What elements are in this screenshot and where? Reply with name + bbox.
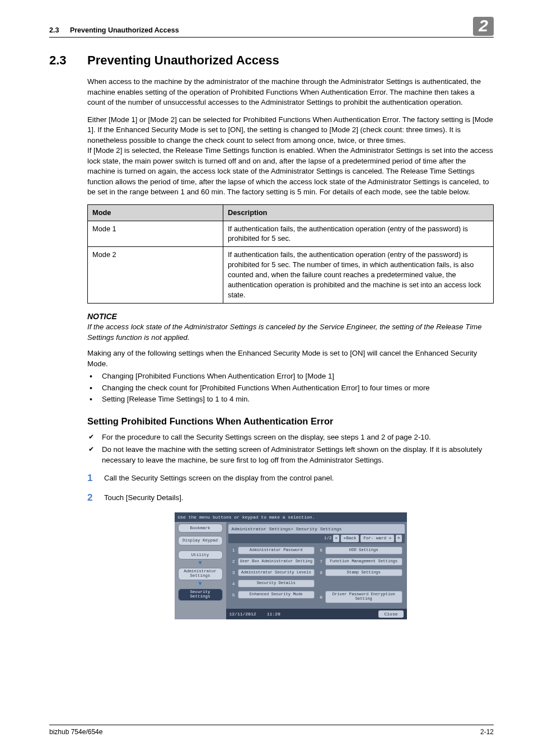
runhead-section-num: 2.3: [49, 26, 59, 34]
th-description: Description: [223, 204, 494, 221]
notice-heading: NOTICE: [87, 311, 494, 323]
intro-para-2: Either [Mode 1] or [Mode 2] can be selec…: [87, 115, 494, 146]
sidebar-item-display-keypad[interactable]: Display Keypad: [178, 536, 223, 545]
mode-table: Mode Description Mode 1 If authenticatio…: [87, 204, 494, 304]
menu-num: 4: [231, 581, 235, 587]
intro-para-3: If [Mode 2] is selected, the Release Tim…: [87, 146, 494, 197]
sidebar-item-utility[interactable]: Utility: [178, 550, 223, 560]
step-1: 1 Call the Security Settings screen on t…: [87, 473, 494, 484]
menu-admin-password[interactable]: Administrator Password: [238, 547, 315, 554]
td-desc: If authentication fails, the authenticat…: [223, 221, 494, 247]
td-desc: If authentication fails, the authenticat…: [223, 247, 494, 304]
menu-num: 0: [318, 594, 322, 600]
footer-page-number: 2-12: [480, 727, 494, 737]
cancel-conditions-intro: Making any of the following settings whe…: [87, 348, 494, 369]
menu-num: 5: [231, 592, 235, 598]
page-footer: bizhub 754e/654e 2-12: [49, 725, 494, 737]
preconditions-list: For the procedure to call the Security S…: [87, 432, 494, 465]
sidebar-item-admin-settings[interactable]: Administrator Settings: [178, 568, 223, 580]
chevron-down-icon: ▼: [175, 581, 226, 587]
list-item: Changing [Prohibited Functions When Auth…: [87, 371, 494, 381]
pager-stop[interactable]: ✕: [333, 535, 339, 542]
list-item: Setting [Release Time Settings] to 1 to …: [87, 394, 494, 404]
sidebar-item-bookmark[interactable]: Bookmark: [178, 524, 223, 533]
runhead-section-title: Preventing Unauthorized Access: [70, 26, 179, 34]
subsection-heading: Setting Prohibited Functions When Authen…: [87, 415, 494, 428]
shot-footer: 12/11/2012 11:20 Close: [226, 609, 407, 619]
step-number: 1: [87, 473, 104, 484]
menu-security-details[interactable]: Security Details: [238, 580, 315, 587]
menu-num: 1: [231, 547, 235, 553]
running-header: 2.3 Preventing Unauthorized Access 2: [49, 17, 494, 38]
pager-forward-button[interactable]: For- ward ↠: [360, 535, 394, 542]
runhead-chapter-badge: 2: [473, 17, 494, 36]
menu-num: 6: [318, 547, 322, 553]
menu-user-box-admin[interactable]: User Box Administrator Setting: [238, 558, 315, 566]
step-text: Touch [Security Details].: [104, 493, 494, 503]
cancel-conditions-list: Changing [Prohibited Functions When Auth…: [87, 371, 494, 404]
step-text: Call the Security Settings screen on the…: [104, 473, 494, 484]
sidebar-item-security-settings[interactable]: Security Settings: [178, 589, 223, 601]
shot-date: 12/11/2012: [229, 612, 256, 617]
menu-enhanced-security-mode[interactable]: Enhanced Security Mode: [238, 591, 315, 599]
menu-hdd-settings[interactable]: HDD Settings: [325, 547, 402, 554]
shot-sidebar: Bookmark Display Keypad Utility ▼ Admini…: [175, 522, 226, 619]
section-heading-num: 2.3: [49, 52, 87, 69]
section-heading-title: Preventing Unauthorized Access: [87, 52, 279, 69]
menu-admin-security-levels[interactable]: Administrator Security Levels: [238, 569, 315, 577]
device-screenshot: Use the menu buttons or keypad to make a…: [175, 512, 407, 620]
section-heading: 2.3 Preventing Unauthorized Access: [49, 52, 494, 69]
td-mode: Mode 2: [88, 247, 223, 304]
step-number: 2: [87, 493, 104, 503]
menu-driver-password-encryption[interactable]: Driver Password Encryption Setting: [325, 591, 402, 603]
step-2: 2 Touch [Security Details].: [87, 493, 494, 503]
td-mode: Mode 1: [88, 221, 223, 247]
table-header-row: Mode Description: [88, 204, 494, 221]
menu-grid: 1Administrator Password 2User Box Admini…: [226, 543, 407, 609]
runhead-left: 2.3 Preventing Unauthorized Access: [49, 26, 179, 36]
pager: 1/2 ✕ ↞Back For- ward ↠ »: [228, 534, 405, 543]
list-item: For the procedure to call the Security S…: [87, 432, 494, 442]
breadcrumb: Administrator Settings> Security Setting…: [228, 524, 405, 534]
list-item: Do not leave the machine with the settin…: [87, 445, 494, 465]
footer-model: bizhub 754e/654e: [49, 727, 102, 737]
shot-instruction-bar: Use the menu buttons or keypad to make a…: [175, 512, 407, 522]
menu-num: 3: [231, 570, 235, 576]
close-button[interactable]: Close: [378, 610, 403, 618]
chevron-down-icon: ▼: [175, 561, 226, 566]
intro-para-1: When access to the machine by the admini…: [87, 77, 494, 108]
menu-num: 8: [318, 570, 322, 576]
th-mode: Mode: [88, 204, 223, 221]
table-row: Mode 2 If authentication fails, the auth…: [88, 247, 494, 304]
menu-num: 2: [231, 558, 235, 564]
pager-back-button[interactable]: ↞Back: [341, 535, 359, 542]
menu-num: 7: [318, 558, 322, 564]
list-item: Changing the check count for [Prohibited…: [87, 383, 494, 393]
table-row: Mode 1 If authentication fails, the auth…: [88, 221, 494, 247]
pager-end[interactable]: »: [396, 535, 402, 542]
notice-body: If the access lock state of the Administ…: [87, 322, 494, 343]
menu-function-management[interactable]: Function Management Settings: [325, 558, 402, 566]
page-indicator: 1/2: [324, 535, 332, 542]
menu-stamp-settings[interactable]: Stamp Settings: [325, 569, 402, 577]
shot-time: 11:20: [267, 612, 280, 617]
